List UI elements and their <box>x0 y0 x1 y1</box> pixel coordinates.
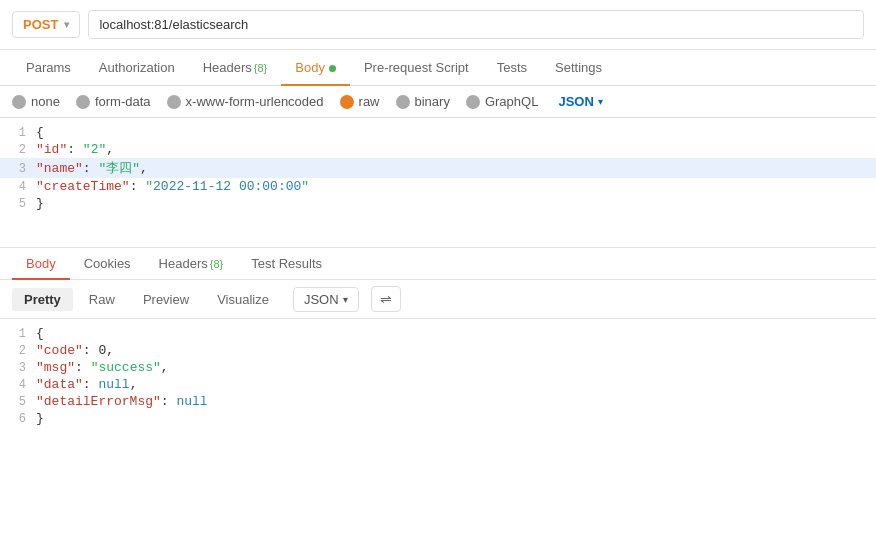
req-linenum-4: 4 <box>0 180 36 194</box>
response-tab-headers-label: Headers <box>159 256 208 271</box>
resp-code-3: "msg": "success", <box>36 360 876 375</box>
radio-binary-circle <box>396 95 410 109</box>
response-format-select[interactable]: JSON ▾ <box>293 287 359 312</box>
radio-urlencoded-label: x-www-form-urlencoded <box>186 94 324 109</box>
radio-formdata-circle <box>76 95 90 109</box>
response-tab-cookies[interactable]: Cookies <box>70 248 145 279</box>
response-tab-headers[interactable]: Headers{8} <box>145 248 238 279</box>
tab-body-dot <box>329 65 336 72</box>
radio-formdata[interactable]: form-data <box>76 94 151 109</box>
radio-graphql[interactable]: GraphQL <box>466 94 538 109</box>
response-format-row: Pretty Raw Preview Visualize JSON ▾ ⇌ <box>0 280 876 319</box>
radio-raw[interactable]: raw <box>340 94 380 109</box>
json-format-label: JSON <box>558 94 593 109</box>
req-code-3: "name": "李四", <box>36 159 876 177</box>
radio-urlencoded-circle <box>167 95 181 109</box>
req-code-4: "createTime": "2022-11-12 00:00:00" <box>36 179 876 194</box>
resp-linenum-5: 5 <box>0 395 36 409</box>
resp-code-4: "data": null, <box>36 377 876 392</box>
req-line-1: 1 { <box>0 124 876 141</box>
req-linenum-2: 2 <box>0 143 36 157</box>
req-line-5: 5 } <box>0 195 876 212</box>
radio-raw-label: raw <box>359 94 380 109</box>
radio-none[interactable]: none <box>12 94 60 109</box>
request-body-editor[interactable]: 1 { 2 "id": "2", 3 "name": "李四", 4 "crea… <box>0 118 876 248</box>
resp-line-3: 3 "msg": "success", <box>0 359 876 376</box>
response-tab-headers-badge: {8} <box>210 258 223 270</box>
json-format-select[interactable]: JSON ▾ <box>558 94 602 109</box>
req-line-2: 2 "id": "2", <box>0 141 876 158</box>
radio-graphql-circle <box>466 95 480 109</box>
resp-linenum-6: 6 <box>0 412 36 426</box>
resp-line-1: 1 { <box>0 325 876 342</box>
req-linenum-3: 3 <box>0 162 36 176</box>
resp-line-2: 2 "code": 0, <box>0 342 876 359</box>
req-code-1: { <box>36 125 876 140</box>
radio-graphql-label: GraphQL <box>485 94 538 109</box>
response-tab-body[interactable]: Body <box>12 248 70 279</box>
req-line-4: 4 "createTime": "2022-11-12 00:00:00" <box>0 178 876 195</box>
format-raw[interactable]: Raw <box>77 288 127 311</box>
resp-line-4: 4 "data": null, <box>0 376 876 393</box>
body-type-row: none form-data x-www-form-urlencoded raw… <box>0 86 876 118</box>
response-body-editor: 1 { 2 "code": 0, 3 "msg": "success", 4 "… <box>0 319 876 433</box>
tab-params[interactable]: Params <box>12 50 85 85</box>
json-format-chevron: ▾ <box>598 96 603 107</box>
tab-headers-badge: {8} <box>254 62 267 74</box>
format-pretty[interactable]: Pretty <box>12 288 73 311</box>
url-input[interactable] <box>88 10 864 39</box>
tab-headers[interactable]: Headers{8} <box>189 50 282 85</box>
req-code-5: } <box>36 196 876 211</box>
req-line-3: 3 "name": "李四", <box>0 158 876 178</box>
radio-none-circle <box>12 95 26 109</box>
radio-raw-circle <box>340 95 354 109</box>
tab-settings[interactable]: Settings <box>541 50 616 85</box>
tab-tests[interactable]: Tests <box>483 50 541 85</box>
tab-body[interactable]: Body <box>281 50 350 85</box>
radio-binary[interactable]: binary <box>396 94 450 109</box>
format-visualize[interactable]: Visualize <box>205 288 281 311</box>
tab-headers-label: Headers <box>203 60 252 75</box>
req-linenum-5: 5 <box>0 197 36 211</box>
radio-none-label: none <box>31 94 60 109</box>
resp-code-2: "code": 0, <box>36 343 876 358</box>
response-tab-bar: Body Cookies Headers{8} Test Results <box>0 248 876 280</box>
response-format-label: JSON <box>304 292 339 307</box>
radio-urlencoded[interactable]: x-www-form-urlencoded <box>167 94 324 109</box>
response-tab-testresults[interactable]: Test Results <box>237 248 336 279</box>
resp-linenum-4: 4 <box>0 378 36 392</box>
format-preview[interactable]: Preview <box>131 288 201 311</box>
tab-body-label: Body <box>295 60 325 75</box>
resp-code-1: { <box>36 326 876 341</box>
tab-prerequest[interactable]: Pre-request Script <box>350 50 483 85</box>
method-select[interactable]: POST ▾ <box>12 11 80 38</box>
resp-line-6: 6 } <box>0 410 876 427</box>
url-bar: POST ▾ <box>0 0 876 50</box>
method-label: POST <box>23 17 58 32</box>
radio-binary-label: binary <box>415 94 450 109</box>
resp-line-5: 5 "detailErrorMsg": null <box>0 393 876 410</box>
radio-formdata-label: form-data <box>95 94 151 109</box>
resp-linenum-3: 3 <box>0 361 36 375</box>
req-linenum-1: 1 <box>0 126 36 140</box>
wrap-button[interactable]: ⇌ <box>371 286 401 312</box>
request-tab-bar: Params Authorization Headers{8} Body Pre… <box>0 50 876 86</box>
method-chevron: ▾ <box>64 19 69 30</box>
req-code-2: "id": "2", <box>36 142 876 157</box>
resp-code-5: "detailErrorMsg": null <box>36 394 876 409</box>
resp-code-6: } <box>36 411 876 426</box>
tab-authorization[interactable]: Authorization <box>85 50 189 85</box>
resp-linenum-1: 1 <box>0 327 36 341</box>
response-format-chevron: ▾ <box>343 294 348 305</box>
resp-linenum-2: 2 <box>0 344 36 358</box>
